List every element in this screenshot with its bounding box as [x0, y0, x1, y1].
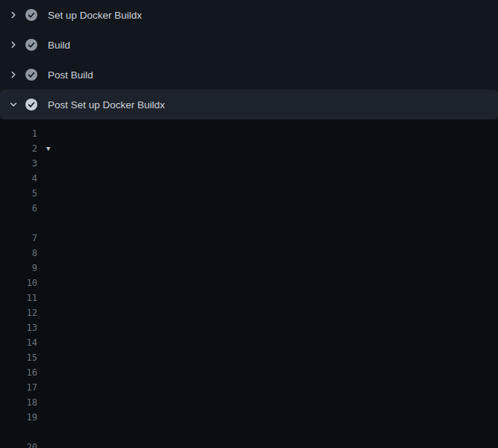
step-row[interactable]: Set up Docker Buildx	[0, 0, 498, 30]
step-title: Post Build	[48, 69, 93, 81]
log-row: 10 time="2021-04-23T18:02:37Z" level=inf…	[0, 276, 498, 290]
log-line-number[interactable]: 19	[0, 410, 37, 425]
log-line-number[interactable]: 15	[0, 350, 37, 365]
log-row: application/vnd.oci.image.index.v1+json,…	[0, 425, 498, 440]
log-line-number[interactable]: 3	[0, 156, 37, 171]
log-line-number[interactable]: 6	[0, 201, 37, 216]
log-row: 17 time="2021-04-23T18:02:38Z" level=deb…	[0, 380, 498, 395]
log-row: 9 time="2021-04-23T18:02:37Z" level=warn…	[0, 261, 498, 276]
log-line-number[interactable]: 11	[0, 290, 37, 305]
log-row: 7 time="2021-04-23T18:02:37Z" level=warn…	[0, 231, 498, 246]
log-row: 5 time="2021-04-23T18:02:37Z" level=warn…	[0, 186, 498, 201]
log-row: 20 time="2021-04-23T18:02:38Z" level=deb…	[0, 440, 498, 448]
log-row: linux/riscv64 linux/ppc64le linux/s390x …	[0, 216, 498, 231]
log-row: 18 time="2021-04-23T18:02:38Z" level=deb…	[0, 395, 498, 410]
log-row: 14 time="2021-04-23T18:02:38Z" level=deb…	[0, 335, 498, 350]
log-row: 13 time="2021-04-23T18:02:38Z" level=deb…	[0, 320, 498, 335]
log-row: 11 time="2021-04-23T18:02:38Z" level=deb…	[0, 290, 498, 305]
log-line-number[interactable]: 10	[0, 276, 37, 290]
log-console[interactable]: 1 Post job cleanup. 2 ▼ BuildKit contain…	[0, 119, 498, 448]
log-row: 3 /usr/bin/docker logs buildx_buildkit_b…	[0, 156, 498, 171]
step-title: Set up Docker Buildx	[48, 10, 142, 21]
log-row: 12 time="2021-04-23T18:02:38Z" level=deb…	[0, 305, 498, 320]
log-row: 8 time="2021-04-23T18:02:37Z" level=info…	[0, 246, 498, 261]
step-title: Build	[48, 40, 70, 51]
check-circle-icon	[25, 39, 37, 51]
log-line-number[interactable]: 18	[0, 395, 37, 410]
log-line-number[interactable]: 8	[0, 246, 37, 261]
step-row[interactable]: Build	[0, 30, 498, 60]
log-line-number[interactable]: 17	[0, 380, 37, 395]
log-line-number[interactable]: 5	[0, 186, 37, 201]
log-line-number[interactable]: 13	[0, 320, 37, 335]
check-circle-icon	[25, 99, 37, 111]
log-row: 19 time="2021-04-23T18:02:38Z" level=deb…	[0, 410, 498, 425]
actions-log-viewer: Set up Docker Buildx	[0, 0, 498, 448]
log-line-number[interactable]: 16	[0, 365, 37, 380]
chevron-right-icon	[7, 69, 19, 81]
log-line-number[interactable]: 2	[0, 141, 37, 156]
step-row[interactable]: Post Build	[0, 60, 498, 90]
log-line-number[interactable]: 7	[0, 231, 37, 246]
log-line-number[interactable]: 9	[0, 261, 37, 276]
log-line-number[interactable]: 12	[0, 305, 37, 320]
chevron-down-icon	[7, 99, 19, 111]
step-title: Post Set up Docker Buildx	[48, 99, 165, 111]
log-line-number[interactable]: 14	[0, 335, 37, 350]
chevron-right-icon	[7, 39, 19, 51]
log-row: 6 time="2021-04-23T18:02:37Z" level=info…	[0, 201, 498, 216]
log-row: 4 time="2021-04-23T18:02:37Z" level=info…	[0, 171, 498, 186]
chevron-right-icon	[7, 9, 19, 21]
log-line-number[interactable]: 4	[0, 171, 37, 186]
step-row[interactable]: Post Set up Docker Buildx	[0, 90, 498, 119]
log-line-number[interactable]: 1	[0, 126, 37, 141]
group-toggle-icon[interactable]: ▼	[46, 141, 50, 156]
steps-list: Set up Docker Buildx	[0, 0, 498, 119]
log-row: 2 ▼ BuildKit container logs	[0, 141, 498, 156]
log-line-number[interactable]: 20	[0, 440, 37, 448]
check-circle-icon	[25, 9, 37, 21]
log-row: 15 time="2021-04-23T18:02:38Z" level=deb…	[0, 350, 498, 365]
check-circle-icon	[25, 69, 37, 81]
log-row: 16 time="2021-04-23T18:02:38Z" level=deb…	[0, 365, 498, 380]
log-row: 1 Post job cleanup.	[0, 126, 498, 141]
